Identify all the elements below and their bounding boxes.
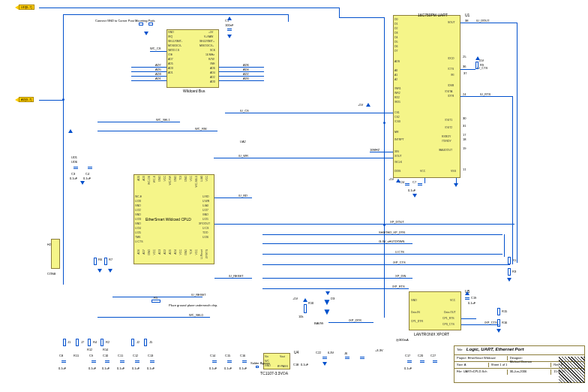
net-5v3: +5V [388,177,394,181]
gnd-icon [322,362,327,366]
pin: AD0 [142,176,146,181]
pin: A2 [394,78,398,81]
pin: VCC [190,176,193,181]
pin: GND [184,176,188,182]
pin: U.Reset [200,249,203,259]
wire [424,178,425,183]
wire [262,234,502,235]
pin: WC.SEL1 [195,176,198,187]
sheet-label: Sheet 1 of 1 [488,363,551,367]
part-d3: D3 [331,297,334,300]
res-icon [144,339,147,346]
pin: AD7 [142,249,146,255]
cap-icon [433,360,437,365]
part-c9v: 0.1uF [88,366,96,370]
chip-u2-name: Wildcard Bus [183,89,205,93]
cap-icon [227,29,232,33]
gnd-icon [98,269,102,273]
net-shifted-dtr: SHIFTED_XP_DTR [379,231,405,234]
wire [219,71,264,72]
pin: /RD1 [394,101,400,104]
res-icon [304,304,307,313]
cap-icon [227,360,232,365]
net-xp-rts: /XP_RTS [392,285,405,288]
wire [517,23,518,263]
pin: U.D7 [202,209,208,212]
pin: WC.E [135,195,142,198]
chip-u1-name: 16C750PM UART [418,13,448,17]
pin: AD4 [174,249,177,255]
pin: TDI [179,176,182,180]
pin: U.WR [202,200,209,203]
part-c14v: 0.1uF [209,366,217,370]
part-r12: R12 [87,348,92,351]
part-j1: J1 [68,340,70,344]
pin: BYPASS [278,365,288,368]
pin: DDIS [394,170,400,173]
title-text: Logic, UART, Ethernet Port [466,347,524,351]
wire [219,76,264,77]
net-shutdown: /3.3V_sHUTDOWN [379,240,404,243]
part-c16: C16 [240,354,245,357]
part-c16v: 0.1uF [239,366,247,370]
part-r14: R14 [103,348,108,351]
pin: GND [411,299,417,302]
pin: D4 [394,36,398,39]
cap-icon [105,360,110,365]
pin: AD6 [210,67,215,70]
part-c15: C15 [225,354,230,357]
net-u-wr: /U_WR [238,154,248,158]
net-33v: +3.3V [375,348,383,352]
pin: GND [135,222,141,225]
pin: /SCLK [394,161,402,164]
pin: U.A0 [202,204,208,207]
res-icon [63,339,66,346]
pin: AD5 [169,249,172,255]
cap-icon [407,360,412,365]
note-gnd-corner: Connect GND to Corner Post Mounting Pads [95,19,155,23]
pin: SEL0/XMIT+ [200,40,214,43]
pin: Vout [280,355,285,358]
gnd-icon [507,278,512,282]
pin: A0 [394,69,398,72]
net-ud1: UD1 [71,155,77,159]
net-u-reset2: /U_RESET [191,293,206,297]
pin: Vin [265,355,268,358]
pin: V+RAW [204,35,213,38]
pin: GND [202,213,208,216]
pin: MOSI/XCV- [168,44,182,47]
pin: XOUT [394,155,402,158]
pin: AD5 [168,62,173,65]
pin: U.D4 [135,227,141,230]
cap-icon [150,360,154,365]
part-c22-ref: C22 [316,351,321,354]
pin: R//W [208,58,214,61]
wire [63,14,288,15]
wire [150,51,166,52]
cap-icon [360,357,364,361]
chip-u5-name: LANTRONIX XPORT [414,332,449,336]
net-5v2: +5V [292,297,298,300]
pin: /WE [210,62,215,65]
net-wc-sel0: WC_SEL0 [189,313,203,317]
cap-icon [242,360,247,365]
pin: /BAUDOUT [439,149,452,152]
pin: VSS [451,170,456,173]
conn-h2: H2 [47,243,51,246]
pad [139,23,143,26]
wire [98,131,218,131]
gnd-icon [412,194,417,198]
net-wc-rw: WC_RW [195,127,206,131]
pin: VCC [153,249,156,255]
part-c11: C11 [118,354,123,357]
pad [256,366,259,368]
res-icon [508,257,511,264]
net-16mhz: 16MHZ [370,148,380,152]
wire [460,69,476,70]
pin: /OUTA [445,90,452,93]
pin: CP3_CTS [442,323,454,326]
gnd-icon [227,35,232,38]
pin: CP1_RTS [442,317,454,320]
wire [219,67,264,68]
pin: GND [168,31,174,34]
